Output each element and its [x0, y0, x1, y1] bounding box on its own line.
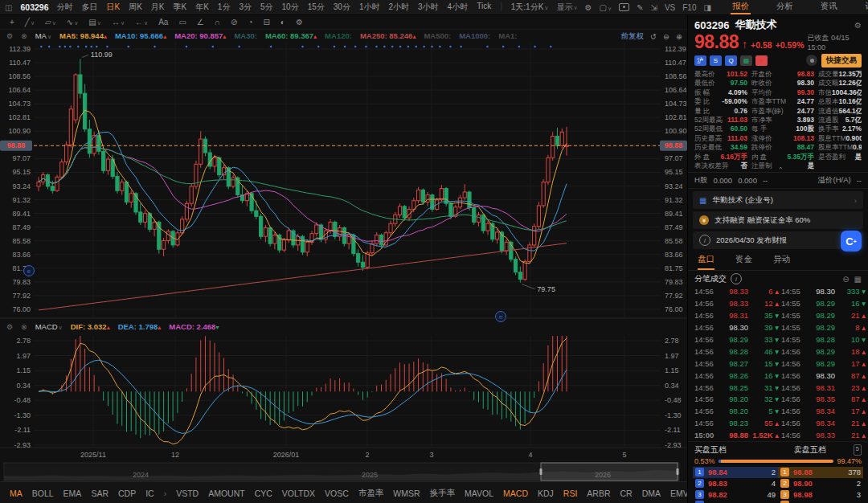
orderbook[interactable]: 198.842298.834398.8249498.8118 198.88378…: [688, 467, 868, 503]
indicator-tab-WMSR[interactable]: WMSR: [393, 489, 420, 498]
hide-indicator-icon[interactable]: ⊗: [21, 323, 27, 331]
earnings-date-card[interactable]: i2026/04/30 发布财报: [693, 231, 863, 249]
window-layout-icon[interactable]: ◫: [5, 3, 12, 12]
period-tab-日K[interactable]: 日K: [107, 2, 121, 13]
screenshot-icon[interactable]: [619, 3, 629, 11]
tab-异动[interactable]: 异动: [773, 254, 790, 270]
compare-tool-icon[interactable]: ◐: [280, 18, 285, 27]
indicator-tab-VSTD[interactable]: VSTD: [176, 489, 199, 498]
freehand-tool-icon[interactable]: ∿∨: [67, 18, 79, 27]
hide-indicator-icon[interactable]: ⊗: [21, 32, 27, 40]
pattern-tool-icon[interactable]: ▤∨: [88, 18, 101, 27]
period-tab-30分[interactable]: 30分: [334, 2, 350, 13]
tick-list[interactable]: 14:5698.336 ▴14:5698.3312 ▴14:5698.3135 …: [688, 285, 868, 441]
period-tab-季K[interactable]: 季K: [174, 2, 187, 13]
period-tab-10分[interactable]: 10分: [282, 2, 299, 13]
period-tab-1小时[interactable]: 1小时: [359, 2, 380, 13]
indicator-tab-DMA[interactable]: DMA: [642, 489, 661, 498]
indicator-tab-IC[interactable]: IC: [145, 489, 154, 498]
tab-报价[interactable]: 报价: [731, 0, 751, 14]
period-tab-15分[interactable]: 15分: [308, 2, 325, 13]
period-tab-4小时[interactable]: 4小时: [448, 2, 469, 13]
period-tab-1分[interactable]: 1分: [218, 2, 231, 13]
indicator-tab-换手率[interactable]: 换手率: [430, 488, 456, 499]
indicator-tab-VOSC[interactable]: VOSC: [325, 489, 349, 498]
company-account-card[interactable]: ▦华勤技术 (企业号)›: [693, 191, 863, 209]
adjust-mode-button[interactable]: 前复权: [621, 31, 645, 42]
indicator-tab-CDP[interactable]: CDP: [118, 489, 136, 498]
tab-盘口[interactable]: 盘口: [698, 254, 714, 270]
collapse-icon[interactable]: ⊖: [842, 275, 849, 284]
sidebar-toggle-icon[interactable]: ◨: [703, 3, 710, 12]
gear-icon[interactable]: ⚙: [6, 32, 13, 40]
indicator-tab-市盈率[interactable]: 市盈率: [358, 488, 384, 499]
customer-service-chat-button[interactable]: C+: [841, 231, 862, 251]
lock-tool-icon[interactable]: ⊘: [231, 18, 237, 27]
indicator-name[interactable]: MACD∨: [35, 322, 63, 331]
period-tab-多日[interactable]: 多日: [82, 2, 98, 13]
annotate-icon[interactable]: ✎: [637, 3, 643, 12]
period-tab-1天:1分K[interactable]: 1天:1分K∨: [511, 2, 549, 13]
trendline-tool-icon[interactable]: ╱∨: [25, 18, 35, 27]
period-tab-年K[interactable]: 年K: [195, 2, 209, 13]
voice-assistant-icon[interactable]: [806, 55, 817, 66]
zoom-in-icon[interactable]: ⊕: [676, 32, 682, 41]
period-tab-月K[interactable]: 月K: [151, 2, 165, 13]
zoom-out-icon[interactable]: ⊖: [663, 32, 669, 41]
period-tab-周K[interactable]: 周K: [129, 2, 142, 13]
indicator-tab-CR[interactable]: CR: [620, 489, 633, 498]
indicator-tab-MAVOL[interactable]: MAVOL: [465, 489, 493, 498]
kline-chart[interactable]: 112.39112.39110.47110.47108.56108.56106.…: [0, 30, 687, 481]
tab-资讯[interactable]: 资讯: [819, 0, 839, 14]
period-tab-分时[interactable]: 分时: [57, 2, 73, 13]
period-tab-3小时[interactable]: 3小时: [418, 2, 439, 13]
move-tool-icon[interactable]: +: [10, 18, 14, 27]
margin-info-card[interactable]: ¥支持融资 融资保证金率 60%: [693, 211, 863, 229]
period-tab-2小时[interactable]: 2小时: [388, 2, 409, 13]
period-tab-3分[interactable]: 3分: [239, 2, 252, 13]
tool-settings-icon[interactable]: ⚙: [296, 18, 303, 27]
info-icon[interactable]: i: [731, 273, 742, 284]
angle-tool-icon[interactable]: ∠: [197, 18, 204, 27]
indicator-name[interactable]: MA∨: [35, 31, 51, 40]
display-menu[interactable]: 显示∨: [556, 2, 577, 13]
compare-icon[interactable]: VS: [665, 3, 675, 12]
comment-tool-icon[interactable]: ▭: [178, 18, 186, 27]
collapse-chevron-icon[interactable]: ⌃: [778, 166, 784, 174]
f10-icon[interactable]: F10: [682, 3, 696, 12]
indicator-tab-BOLL[interactable]: BOLL: [32, 489, 54, 498]
indicator-tab-EMA[interactable]: EMA: [63, 489, 82, 498]
tab-评论[interactable]: 评论: [863, 0, 868, 14]
layout-icon[interactable]: ▢∨: [600, 3, 612, 12]
chart-area[interactable]: 112.39112.39110.47110.47108.56108.56106.…: [0, 30, 687, 481]
indicator-tab-RSI[interactable]: RSI: [563, 489, 578, 498]
indicator-tab-ARBR[interactable]: ARBR: [587, 489, 610, 498]
delete-tool-icon[interactable]: ⊟: [263, 18, 269, 27]
indicator-tab-SAR[interactable]: SAR: [91, 489, 108, 498]
indicator-tab-EMV[interactable]: EMV: [670, 489, 689, 498]
magnet-tool-icon[interactable]: ∩: [215, 18, 220, 27]
period-tab-5分[interactable]: 5分: [260, 2, 273, 13]
shape-tool-icon[interactable]: ▱∨: [45, 18, 56, 27]
history-tool-icon[interactable]: ◔: [248, 18, 252, 27]
indicator-tab-CYC[interactable]: CYC: [255, 489, 272, 498]
reset-zoom-icon[interactable]: ↺: [650, 32, 657, 41]
tab-分析[interactable]: 分析: [775, 0, 795, 14]
indicator-tab-AMOUNT[interactable]: AMOUNT: [208, 489, 245, 498]
more-indicators-chevron[interactable]: ›: [164, 489, 167, 498]
quote-settings-icon[interactable]: ⚙: [854, 21, 862, 30]
arrow-tool-icon[interactable]: ←∨: [135, 18, 148, 27]
tab-资金[interactable]: 资金: [735, 254, 752, 270]
quick-trade-button[interactable]: 快捷交易: [821, 54, 862, 67]
grid-view-icon[interactable]: ▦: [854, 275, 862, 284]
indicator-tab-MA[interactable]: MA: [10, 489, 23, 498]
gear-icon[interactable]: ⚙: [6, 323, 13, 331]
indicator-tab-MACD[interactable]: MACD: [503, 489, 528, 498]
text-tool-icon[interactable]: Aa: [158, 18, 168, 27]
indicator-tab-VOLTDX[interactable]: VOLTDX: [282, 489, 315, 498]
depth-level-toggle[interactable]: 5: [854, 444, 862, 456]
settings-icon[interactable]: ⚙: [585, 3, 592, 12]
period-tab-Tick[interactable]: Tick: [477, 2, 491, 13]
measure-tool-icon[interactable]: ↔∨: [112, 18, 125, 27]
indicator-tab-KDJ[interactable]: KDJ: [538, 489, 554, 498]
